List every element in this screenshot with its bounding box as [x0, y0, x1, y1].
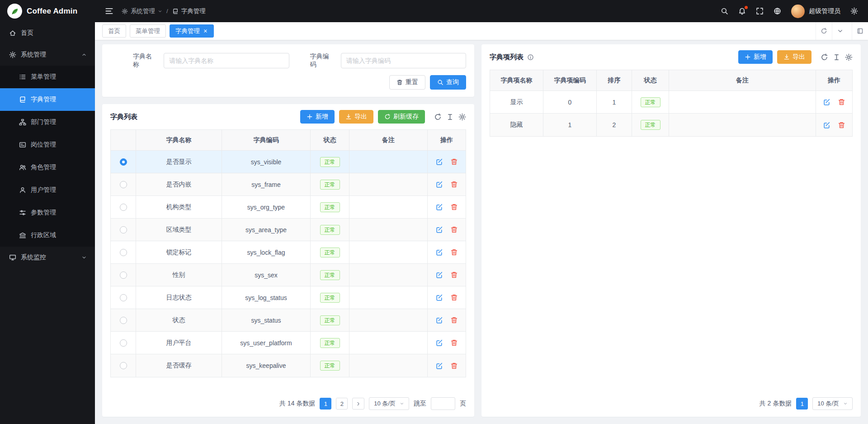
page-button-1[interactable]: 1: [320, 398, 331, 410]
dict-code-input[interactable]: [341, 53, 466, 68]
sidebar-item-label: 字典管理: [31, 95, 56, 104]
sidebar-item-menu-mgmt[interactable]: 菜单管理: [0, 66, 95, 88]
dict-table-row[interactable]: 锁定标记 sys_lock_flag 正常: [111, 241, 466, 264]
column-settings-icon[interactable]: [458, 113, 466, 121]
sidebar-item-region[interactable]: 行政区域: [0, 224, 95, 247]
dict-table-row[interactable]: 是否缓存 sys_keepalive 正常: [111, 354, 466, 377]
dict-table-row[interactable]: 性别 sys_sex 正常: [111, 264, 466, 286]
fullscreen-icon[interactable]: [756, 7, 764, 15]
collapse-menu-icon[interactable]: [105, 7, 113, 15]
export-dict-items-button[interactable]: 导出: [777, 50, 811, 64]
add-dict-button[interactable]: 新增: [300, 110, 335, 124]
jump-page-input[interactable]: [431, 397, 455, 410]
dict-table-row[interactable]: 状态 sys_status 正常: [111, 309, 466, 332]
sidebar-group-monitor[interactable]: 系统监控: [0, 247, 95, 268]
edit-icon[interactable]: [435, 248, 443, 256]
sidebar-item-role-mgmt[interactable]: 角色管理: [0, 156, 95, 179]
row-radio[interactable]: [120, 339, 127, 347]
tab-menu-mgmt[interactable]: 菜单管理: [130, 24, 166, 38]
refresh-icon[interactable]: [434, 113, 442, 121]
dict-table-row[interactable]: 日志状态 sys_log_status 正常: [111, 286, 466, 309]
edit-icon[interactable]: [435, 294, 443, 301]
row-radio[interactable]: [120, 294, 127, 301]
tab-home[interactable]: 首页: [102, 24, 126, 38]
delete-icon[interactable]: [838, 121, 845, 129]
sidebar-item-dict-mgmt[interactable]: 字典管理: [0, 88, 95, 111]
row-radio[interactable]: [120, 317, 127, 324]
dict-table-row[interactable]: 区域类型 sys_area_type 正常: [111, 219, 466, 241]
font-size-icon[interactable]: [446, 113, 454, 121]
row-radio[interactable]: [120, 249, 127, 256]
font-size-icon[interactable]: [833, 53, 840, 61]
col-sort: 排序: [597, 70, 632, 91]
dict-table-row[interactable]: 是否内嵌 sys_frame 正常: [111, 173, 466, 196]
delete-icon[interactable]: [450, 339, 458, 347]
delete-icon[interactable]: [450, 181, 458, 188]
dict-table-row[interactable]: 用户平台 sys_user_platform 正常: [111, 332, 466, 354]
dict-item-row[interactable]: 显示 0 1 正常: [490, 91, 852, 114]
notifications-button[interactable]: [738, 7, 746, 15]
page-size-select[interactable]: 10 条/页: [812, 397, 853, 410]
sidebar-group-system[interactable]: 系统管理: [0, 44, 95, 66]
edit-icon[interactable]: [435, 158, 443, 166]
edit-icon[interactable]: [435, 203, 443, 211]
edit-icon[interactable]: [435, 226, 443, 233]
delete-icon[interactable]: [838, 98, 845, 106]
content-fullscreen-button[interactable]: [852, 22, 868, 40]
sidebar-item-home[interactable]: 首页: [0, 22, 95, 44]
settings-gear-icon[interactable]: [850, 7, 858, 15]
edit-icon[interactable]: [435, 339, 443, 347]
delete-icon[interactable]: [450, 294, 458, 301]
close-icon[interactable]: [203, 29, 208, 33]
remark-cell: [669, 114, 816, 136]
sidebar-item-post-mgmt[interactable]: 岗位管理: [0, 133, 95, 156]
dict-item-row[interactable]: 隐藏 1 2 正常: [490, 114, 852, 136]
sidebar-item-user-mgmt[interactable]: 用户管理: [0, 179, 95, 201]
tab-actions-dropdown[interactable]: [832, 22, 848, 40]
refresh-tab-button[interactable]: [816, 22, 832, 40]
row-radio[interactable]: [120, 204, 127, 211]
query-button[interactable]: 查询: [430, 75, 466, 90]
breadcrumb-parent[interactable]: 系统管理: [122, 7, 162, 15]
dict-name-input[interactable]: [164, 53, 289, 68]
translate-icon[interactable]: [774, 7, 781, 15]
edit-icon[interactable]: [435, 362, 443, 370]
dict-table-row[interactable]: 机构类型 sys_org_type 正常: [111, 196, 466, 219]
sidebar-item-dept-mgmt[interactable]: 部门管理: [0, 111, 95, 133]
add-dict-item-button[interactable]: 新增: [738, 50, 773, 64]
row-radio[interactable]: [120, 181, 127, 188]
refresh-icon[interactable]: [821, 53, 828, 61]
edit-icon[interactable]: [435, 316, 443, 324]
tab-dict-mgmt[interactable]: 字典管理: [170, 24, 214, 38]
edit-icon[interactable]: [823, 98, 830, 106]
row-radio[interactable]: [120, 272, 127, 279]
next-page-button[interactable]: [352, 398, 364, 410]
user-menu[interactable]: 超级管理员: [791, 5, 840, 18]
edit-icon[interactable]: [823, 121, 830, 129]
edit-icon[interactable]: [435, 271, 443, 279]
delete-icon[interactable]: [450, 248, 458, 256]
delete-icon[interactable]: [450, 271, 458, 279]
sidebar-item-param-mgmt[interactable]: 参数管理: [0, 201, 95, 224]
app-logo: Coffee Admin: [0, 0, 95, 22]
row-radio[interactable]: [120, 226, 127, 233]
delete-icon[interactable]: [450, 203, 458, 211]
export-dict-button[interactable]: 导出: [339, 110, 373, 124]
page-size-select[interactable]: 10 条/页: [369, 397, 409, 410]
info-icon[interactable]: [527, 54, 534, 61]
edit-icon[interactable]: [435, 181, 443, 188]
delete-icon[interactable]: [450, 362, 458, 370]
item-name-cell: 隐藏: [490, 114, 543, 136]
refresh-cache-button[interactable]: 刷新缓存: [378, 110, 425, 124]
search-icon[interactable]: [721, 7, 728, 15]
delete-icon[interactable]: [450, 226, 458, 233]
page-button-2[interactable]: 2: [336, 398, 348, 410]
reset-button[interactable]: 重置: [389, 75, 425, 90]
page-button-1[interactable]: 1: [796, 398, 808, 410]
delete-icon[interactable]: [450, 316, 458, 324]
delete-icon[interactable]: [450, 158, 458, 166]
row-radio[interactable]: [120, 158, 127, 166]
dict-table-row[interactable]: 是否显示 sys_visible 正常: [111, 151, 466, 173]
row-radio[interactable]: [120, 362, 127, 369]
column-settings-icon[interactable]: [845, 53, 853, 61]
